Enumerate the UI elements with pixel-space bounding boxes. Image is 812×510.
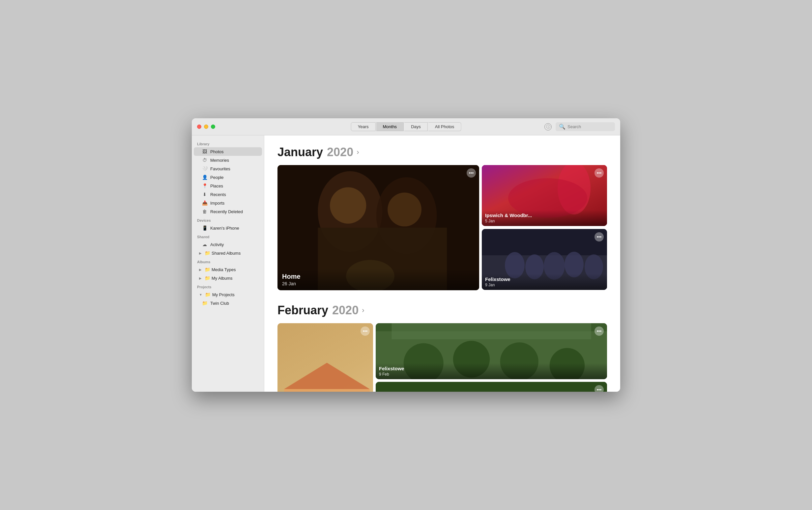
album-felixstowe-feb-menu[interactable]: ••• bbox=[594, 327, 604, 336]
sidebar-item-recents[interactable]: ⬇ Recents bbox=[194, 190, 262, 199]
svg-point-3 bbox=[330, 187, 366, 224]
sidebar-item-my-albums[interactable]: ▶ 📁 My Albums bbox=[194, 274, 262, 282]
month-header-january[interactable]: January 2020 › bbox=[278, 145, 607, 159]
woodbridge-art bbox=[278, 323, 373, 392]
svg-point-4 bbox=[387, 193, 422, 227]
sidebar-label-shared-albums: Shared Albums bbox=[211, 251, 240, 256]
info-button[interactable]: ⓘ bbox=[544, 123, 552, 130]
month-name-february: February bbox=[278, 303, 328, 317]
twin-club-icon: 📁 bbox=[202, 300, 208, 306]
sidebar-label-memories: Memories bbox=[210, 158, 229, 163]
close-button[interactable] bbox=[197, 124, 201, 129]
album-felixstowe-jan-menu[interactable]: ••• bbox=[594, 232, 604, 241]
memories-icon: ⏱ bbox=[202, 157, 208, 163]
search-box: 🔍 bbox=[556, 122, 615, 131]
album-felixstowe-feb-title: Felixstowe bbox=[379, 366, 604, 371]
album-ipswich-date: 5 Jan bbox=[485, 219, 604, 223]
search-icon: 🔍 bbox=[559, 124, 566, 130]
svg-rect-28 bbox=[284, 389, 370, 392]
main-window: Years Months Days All Photos ⓘ 🔍 Library… bbox=[192, 118, 620, 392]
sidebar-item-twin-club[interactable]: 📁 Twin Club bbox=[194, 299, 262, 307]
section-albums: Albums bbox=[192, 257, 264, 265]
home-ipswich-art bbox=[376, 382, 607, 392]
sidebar-item-shared-albums[interactable]: ▶ 📁 Shared Albums bbox=[194, 249, 262, 257]
album-felixstowe-feb-label: Felixstowe 9 Feb bbox=[376, 363, 607, 379]
album-home-menu[interactable]: ••• bbox=[467, 168, 476, 178]
album-ipswich[interactable]: Ipswich & Woodbr... 5 Jan ••• bbox=[482, 165, 607, 226]
album-felixstowe-jan-label: Felixstowe 9 Jan bbox=[482, 274, 607, 290]
traffic-lights bbox=[197, 124, 215, 129]
month-chevron-february: › bbox=[362, 306, 364, 314]
activity-icon: ☁ bbox=[202, 242, 208, 247]
album-felixstowe-feb[interactable]: Felixstowe 9 Feb ••• bbox=[376, 323, 607, 379]
nav-months[interactable]: Months bbox=[376, 122, 404, 131]
month-year-february: 2020 bbox=[332, 303, 358, 317]
view-nav: Years Months Days All Photos bbox=[351, 122, 461, 131]
month-name-january: January bbox=[278, 145, 323, 159]
sidebar-label-places: Places bbox=[210, 183, 223, 188]
expand-arrow-icon: ▶ bbox=[199, 251, 202, 255]
sidebar-label-activity: Activity bbox=[210, 242, 224, 247]
album-ipswich-menu[interactable]: ••• bbox=[594, 168, 604, 178]
sidebar-item-imports[interactable]: 📥 Imports bbox=[194, 199, 262, 207]
sidebar-label-recents: Recents bbox=[210, 192, 226, 197]
album-felixstowe-jan-title: Felixstowe bbox=[485, 276, 604, 282]
sidebar-label-iphone: Karen's iPhone bbox=[210, 226, 239, 231]
media-types-icon: 📁 bbox=[204, 267, 210, 272]
album-home-ipswich[interactable]: Home & Ipswich 10 Feb ••• bbox=[376, 382, 607, 392]
favourites-icon: 🤍 bbox=[202, 166, 208, 171]
sidebar-label-imports: Imports bbox=[210, 201, 225, 206]
section-projects: Projects bbox=[192, 282, 264, 290]
recents-icon: ⬇ bbox=[202, 192, 208, 197]
titlebar-right: ⓘ 🔍 bbox=[544, 122, 615, 131]
album-felixstowe-jan-date: 9 Jan bbox=[485, 283, 604, 287]
nav-days[interactable]: Days bbox=[404, 122, 428, 131]
album-felixstowe-feb-date: 9 Feb bbox=[379, 372, 604, 377]
minimize-button[interactable] bbox=[204, 124, 208, 129]
album-woodbridge-menu[interactable]: ••• bbox=[360, 327, 370, 336]
iphone-icon: 📱 bbox=[202, 226, 208, 231]
album-woodbridge[interactable]: Woodbridge - Ash Wednesday Wednesday ••• bbox=[278, 323, 373, 392]
sidebar-item-places[interactable]: 📍 Places bbox=[194, 182, 262, 190]
sidebar-item-activity[interactable]: ☁ Activity bbox=[194, 240, 262, 249]
album-ipswich-title: Ipswich & Woodbr... bbox=[485, 212, 604, 218]
album-felixstowe-jan[interactable]: Felixstowe 9 Jan ••• bbox=[482, 229, 607, 290]
month-chevron-january: › bbox=[356, 148, 359, 156]
album-home[interactable]: Home 26 Jan ••• bbox=[278, 165, 479, 290]
expand-arrow-albums-icon: ▶ bbox=[199, 276, 202, 280]
sidebar-item-iphone[interactable]: 📱 Karen's iPhone bbox=[194, 224, 262, 232]
sidebar-item-favourites[interactable]: 🤍 Favourites bbox=[194, 164, 262, 173]
sidebar-item-recently-deleted[interactable]: 🗑 Recently Deleted bbox=[194, 207, 262, 216]
month-year-january: 2020 bbox=[327, 145, 353, 159]
album-ipswich-label: Ipswich & Woodbr... 5 Jan bbox=[482, 210, 607, 226]
my-projects-icon: 📁 bbox=[205, 292, 211, 297]
photos-icon: 🖼 bbox=[202, 149, 208, 154]
svg-rect-35 bbox=[376, 382, 607, 392]
month-section-february: February 2020 › bbox=[278, 303, 607, 392]
people-icon: 👤 bbox=[202, 175, 208, 180]
fullscreen-button[interactable] bbox=[211, 124, 215, 129]
expand-arrow-media-icon: ▶ bbox=[199, 268, 202, 271]
section-library: Library bbox=[192, 139, 264, 147]
sidebar-item-memories[interactable]: ⏱ Memories bbox=[194, 156, 262, 164]
album-home-ipswich-menu[interactable]: ••• bbox=[594, 385, 604, 392]
nav-all-photos[interactable]: All Photos bbox=[428, 122, 461, 131]
sidebar-label-favourites: Favourites bbox=[210, 167, 230, 171]
trash-icon: 🗑 bbox=[202, 209, 208, 214]
sidebar-label-my-projects: My Projects bbox=[212, 292, 235, 297]
nav-years[interactable]: Years bbox=[351, 122, 376, 131]
month-header-february[interactable]: February 2020 › bbox=[278, 303, 607, 317]
sidebar-item-my-projects[interactable]: ▼ 📁 My Projects bbox=[194, 290, 262, 299]
imports-icon: 📥 bbox=[202, 200, 208, 206]
section-devices: Devices bbox=[192, 216, 264, 224]
sidebar-item-media-types[interactable]: ▶ 📁 Media Types bbox=[194, 265, 262, 274]
main-layout: Library 🖼 Photos ⏱ Memories 🤍 Favourites… bbox=[192, 136, 620, 392]
photo-grid-january: Home 26 Jan ••• bbox=[278, 165, 607, 290]
album-home-date: 26 Jan bbox=[282, 281, 474, 286]
photo-grid-february: Felixstowe 9 Feb ••• bbox=[278, 323, 607, 392]
sidebar-item-photos[interactable]: 🖼 Photos bbox=[194, 147, 262, 156]
sidebar-label-recently-deleted: Recently Deleted bbox=[210, 209, 243, 214]
sidebar-item-people[interactable]: 👤 People bbox=[194, 173, 262, 182]
search-input[interactable] bbox=[568, 124, 612, 129]
expand-arrow-projects-icon: ▼ bbox=[199, 293, 202, 297]
